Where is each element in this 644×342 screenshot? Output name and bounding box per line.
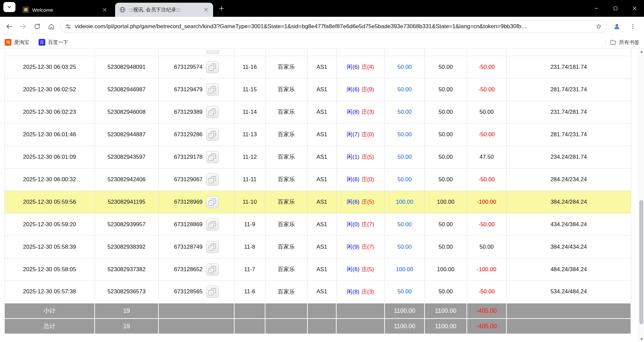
- cell-bet-time: 2025-12-30 05:59:20: [4, 213, 95, 236]
- cell-winloss: 47.50: [467, 146, 506, 168]
- player-result: 闲(8): [347, 289, 359, 295]
- dice-icon[interactable]: [206, 286, 219, 298]
- home-button[interactable]: [44, 19, 58, 34]
- cell-result: 闲(7)庄(0): [336, 123, 385, 146]
- summary-winloss-total: -405.00: [467, 303, 506, 319]
- cell-winloss: -50.00: [467, 281, 506, 303]
- scroll-down-arrow[interactable]: [639, 336, 644, 342]
- cell-balance: 384.24/434.24: [506, 236, 631, 258]
- new-tab-button[interactable]: [216, 3, 227, 14]
- reload-icon: [34, 23, 41, 30]
- cell-valid-amount: 100.00: [425, 258, 467, 281]
- dice-icon[interactable]: [206, 263, 219, 276]
- dice-icon[interactable]: [206, 129, 219, 141]
- table-row: 2025-12-30 06:01:09 523082943597 6731291…: [4, 146, 631, 168]
- maximize-icon: [613, 6, 617, 10]
- cell-game-id: 673128869: [158, 213, 234, 236]
- cell-result: 闲(6)庄(5): [336, 191, 385, 213]
- bet-records-table: 2025-12-30 06:03:25 523082948091 6731295…: [4, 49, 631, 334]
- tab-search-button[interactable]: [3, 2, 15, 12]
- summary-row: 总计 19 1100.00 1100.00 -405.00: [4, 319, 631, 334]
- folder-icon: [610, 39, 616, 46]
- bookmark-baidu[interactable]: 百 百度一下: [39, 39, 68, 46]
- cell-game-id: 673128749: [158, 236, 234, 258]
- cell-game-id: 673128565: [158, 281, 234, 303]
- cell-order-no: 523082942406: [95, 168, 158, 191]
- cell-game-type: 百家乐: [265, 236, 307, 258]
- back-button[interactable]: [2, 19, 16, 34]
- forward-arrow-icon: [19, 23, 27, 30]
- bookmarks-bar: 淘 爱淘宝 百 百度一下 所有书签: [0, 36, 644, 49]
- tab-close-icon[interactable]: [101, 6, 108, 13]
- table-row: 2025-12-30 05:57:38 523082936573 6731285…: [4, 281, 631, 303]
- forward-button[interactable]: [16, 19, 30, 34]
- game-id-text: 673129286: [174, 131, 202, 138]
- tab-bet-records[interactable]: :::视讯, 会员下注纪录:::: [115, 3, 213, 17]
- banker-result: 庄(3): [361, 109, 374, 115]
- cell-bet-time: 2025-12-30 06:01:46: [4, 123, 95, 146]
- player-result: 闲(6): [347, 266, 359, 273]
- tab-title: Welcome: [32, 7, 98, 13]
- plus-icon: [219, 6, 224, 11]
- cell-order-no: 523082937382: [95, 258, 158, 281]
- game-id-text: 673129574: [174, 64, 202, 70]
- page-scrollbar[interactable]: [638, 49, 644, 342]
- cell-game-type: 百家乐: [265, 146, 307, 168]
- summary-valid-total: 1100.00: [425, 319, 467, 334]
- player-result: 闲(7): [347, 131, 359, 138]
- cell-table-name: AS1: [307, 78, 336, 101]
- dice-icon[interactable]: [206, 151, 219, 163]
- triangle-up-icon: [640, 51, 643, 53]
- cell-table-name: AS1: [307, 168, 336, 191]
- dice-icon[interactable]: [206, 218, 219, 231]
- triangle-down-icon: [640, 338, 643, 340]
- cell-game-type: 百家乐: [265, 123, 307, 146]
- cell-table-name: AS1: [307, 213, 336, 236]
- dice-icon[interactable]: [206, 106, 219, 118]
- taobao-icon: 淘: [5, 39, 11, 46]
- bookmark-star-icon[interactable]: [595, 23, 602, 30]
- cell-winloss: -100.00: [467, 258, 506, 281]
- dice-icon[interactable]: [206, 174, 219, 186]
- three-dots-icon: [630, 23, 636, 30]
- profile-button[interactable]: [610, 19, 624, 34]
- cell-table-name: AS1: [307, 281, 336, 303]
- site-settings-icon[interactable]: [65, 23, 71, 30]
- close-window-button[interactable]: [625, 0, 644, 17]
- cell-bet-amount: 100.00: [385, 258, 425, 281]
- all-bookmarks-button[interactable]: 所有书签: [610, 39, 639, 46]
- cell-table-name: AS1: [307, 101, 336, 123]
- cell-result: 闲(6)庄(0): [336, 168, 385, 191]
- cell-balance: 281.74/231.74: [506, 123, 631, 146]
- cell-order-no: 523082948091: [95, 56, 158, 78]
- cell-bet-amount: 50.00: [385, 213, 425, 236]
- maximize-button[interactable]: [606, 0, 625, 17]
- address-bar[interactable]: videoie.com/ipl/portal.php/game/betrecor…: [60, 20, 607, 33]
- tab-close-icon[interactable]: [202, 6, 210, 13]
- tab-welcome[interactable]: Welcome: [18, 3, 112, 17]
- minimize-button[interactable]: [587, 0, 606, 17]
- menu-button[interactable]: [626, 19, 640, 34]
- cell-round: 11-14: [234, 101, 265, 123]
- window-controls: [587, 0, 644, 17]
- bookmark-aitaobao[interactable]: 淘 爱淘宝: [5, 39, 29, 46]
- cell-bet-time: 2025-12-30 05:59:56: [4, 191, 95, 213]
- scroll-up-arrow[interactable]: [639, 49, 644, 54]
- player-result: 闲(6): [347, 86, 359, 93]
- scrollbar-thumb[interactable]: [639, 200, 643, 324]
- dice-icon[interactable]: [206, 84, 219, 96]
- banker-result: 庄(5): [361, 154, 374, 160]
- url-text: videoie.com/ipl/portal.php/game/betrecor…: [75, 23, 592, 30]
- table-row: 2025-12-30 05:59:56 523082941195 6731289…: [4, 191, 631, 213]
- dice-icon[interactable]: [206, 61, 219, 73]
- cell-game-id: 673128652: [158, 258, 234, 281]
- dice-icon[interactable]: [206, 241, 219, 253]
- baidu-icon: 百: [39, 39, 45, 46]
- reload-button[interactable]: [30, 19, 44, 34]
- cell-result: 闲(6)庄(5): [336, 258, 385, 281]
- banker-result: 庄(4): [361, 64, 374, 70]
- cell-game-id: 673128969: [158, 191, 234, 213]
- banker-result: 庄(5): [361, 199, 374, 205]
- cell-valid-amount: 50.00: [425, 281, 467, 303]
- dice-icon[interactable]: [206, 196, 219, 208]
